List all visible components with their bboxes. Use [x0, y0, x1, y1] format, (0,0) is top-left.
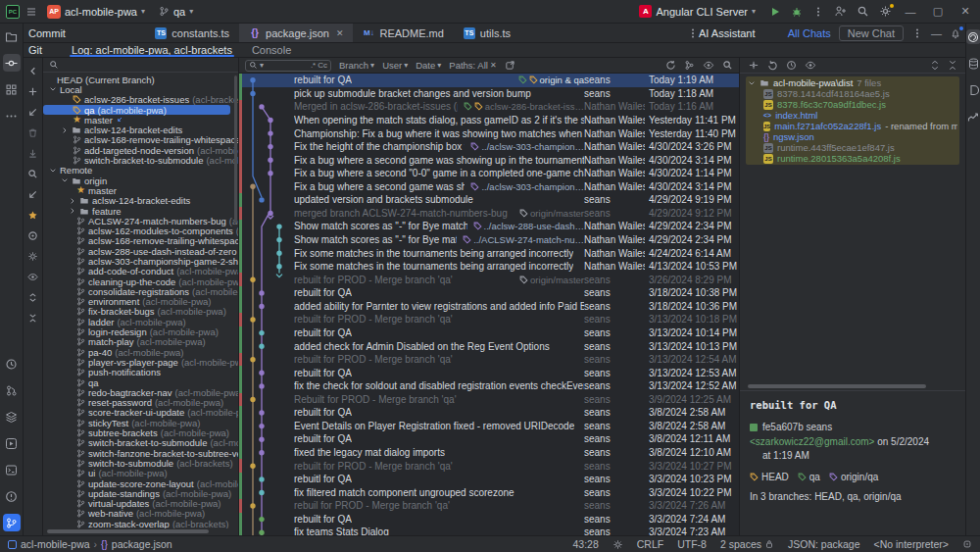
ref-label[interactable]: origin/master — [514, 208, 584, 219]
branch-row-push-notifications[interactable]: push-notifications — [43, 368, 238, 377]
structure-tool-icon[interactable] — [3, 80, 21, 98]
ref-origin-qa[interactable]: origin/qa — [829, 472, 878, 482]
commit-row[interactable]: Fix some matches in the tournaments bein… — [239, 260, 739, 274]
commit-row[interactable]: Championship: Fix a bug where it was sho… — [239, 126, 739, 140]
branch-row-aclsw-162-modules-to-components[interactable]: aclsw-162-modules-to-components (acl-mob… — [43, 226, 238, 235]
close-button[interactable]: ✕ — [956, 5, 974, 18]
branches-horizontal-scrollbar[interactable] — [47, 529, 209, 533]
commit-hash[interactable]: fe5a607b — [762, 422, 804, 432]
vcs-update-tool-icon[interactable] — [3, 381, 21, 399]
terminal-tool-icon[interactable] — [3, 461, 21, 478]
run-config-widget[interactable]: A Angular CLI Server ▾ — [635, 3, 760, 20]
search-branches-icon[interactable] — [26, 167, 40, 180]
all-chats-link[interactable]: All Chats — [788, 27, 831, 39]
documentation-tool-icon[interactable] — [966, 82, 980, 97]
commit-row[interactable]: rebuitl for QAseans3/3/2024 10:23 PM — [239, 473, 739, 486]
add-branch-icon[interactable] — [26, 84, 40, 98]
commit-row[interactable]: rebuilt for PROD - Merge branch 'qa'sean… — [239, 353, 739, 367]
user-filter[interactable]: User▾ — [382, 60, 408, 71]
commit-row[interactable]: Fix a bug where a second "0-0" game in a… — [239, 167, 739, 180]
commit-row[interactable]: rebuilt for QAseans3/8/2024 12:11 AM — [239, 432, 739, 446]
branch-row-ladder[interactable]: ladder (acl-mobile-pwa) — [43, 317, 238, 326]
ref-qa[interactable]: qa — [798, 472, 820, 482]
search-log-icon[interactable] — [722, 60, 733, 71]
ref-label[interactable]: ../aclsw-303-champion… — [465, 181, 584, 192]
commit-row[interactable]: When opening the match stats dialog, pas… — [239, 114, 739, 127]
commit-row[interactable]: rebuilt for QAorigin & qaseansToday 1:19… — [239, 74, 739, 87]
collapse-all-icon[interactable] — [948, 60, 957, 71]
database-tool-icon[interactable] — [966, 56, 980, 71]
branch-row-update-standings[interactable]: update-standings (acl-mobile-pwa) — [43, 488, 238, 498]
git-tab-log[interactable]: Log: acl-mobile-pwa, acl-brackets — [70, 43, 234, 57]
checkout-icon[interactable] — [26, 105, 40, 119]
branch-row-pa-40[interactable]: pa-40 (acl-mobile-pwa) — [43, 347, 238, 357]
branch-row-switch-bracket-to-submodule[interactable]: switch-bracket-to-submodule (acl-mobile-… — [43, 438, 238, 448]
branch-row-update-score-zone-layout[interactable]: update-score-zone-layout (acl-mobile-pwa… — [43, 478, 238, 488]
show-diff-icon[interactable] — [748, 60, 760, 71]
commit-row[interactable]: rebuilt for QAseans3/3/2024 7:24 AM — [239, 513, 739, 527]
commit-row[interactable]: Fix the height of the championship box t… — [239, 140, 739, 154]
details-scrollbar[interactable] — [748, 384, 926, 388]
show-tagged-icon[interactable] — [26, 228, 40, 242]
branch-row-switch-bracket-to-submodule[interactable]: switch-bracket-to-submodule (acl-mobile-… — [43, 155, 238, 165]
fetch-icon[interactable] — [26, 146, 40, 160]
refresh-icon[interactable] — [665, 60, 676, 71]
branch-search-field[interactable] — [43, 58, 238, 73]
branch-row-feature[interactable]: feature — [43, 206, 238, 216]
commit-email[interactable]: <szarkowicz22@gmail.com> — [750, 436, 874, 447]
regex-toggle[interactable]: .* — [311, 61, 316, 70]
profiler-tool-icon[interactable] — [966, 109, 980, 124]
branch-row-aclsw-168-remove-trailing-whitespace[interactable]: aclsw-168-remove-trailing-whitespace (ac… — [43, 135, 238, 145]
settings-gear-icon[interactable] — [879, 5, 892, 18]
problems-tool-icon[interactable] — [3, 487, 21, 505]
ref-label[interactable]: origin & qa — [513, 75, 584, 85]
preview-eye-icon[interactable] — [26, 270, 40, 283]
commit-row[interactable]: rebuilt for PROD - Merge branch 'qa'sean… — [239, 313, 739, 326]
changed-file-row[interactable]: <>index.html — [748, 110, 957, 121]
changed-file-row[interactable]: {}ngsw.json — [748, 131, 957, 142]
branch-row-remote[interactable]: Remote — [43, 166, 238, 176]
ref-label[interactable]: ../aclsw-303-champion… — [465, 141, 584, 152]
date-filter[interactable]: Date▾ — [416, 60, 441, 71]
branch-row-aclsw-124-bracket-edits[interactable]: aclsw-124-bracket-edits — [43, 125, 238, 134]
paths-filter[interactable]: Paths: All✕ — [449, 60, 496, 71]
branch-row-origin[interactable]: origin — [43, 176, 238, 185]
branch-row-fix-bracket-bugs[interactable]: fix-bracket-bugs (acl-mobile-pwa) — [43, 307, 238, 317]
editor-tab-utils-ts[interactable]: TSutils.ts — [454, 24, 520, 42]
commit-tool-icon[interactable] — [3, 54, 21, 72]
commit-row[interactable]: Show match scores as "-" for Bye matches… — [239, 220, 739, 233]
ref-label[interactable]: ../ACLSW-274-match-nu… — [457, 234, 584, 245]
status-file[interactable]: package.json — [112, 538, 172, 550]
branch-row-web-native[interactable]: web-native (acl-mobile-pwa) — [43, 509, 238, 519]
group-by-eye-icon[interactable] — [805, 60, 816, 71]
commit-row[interactable]: Show match scores as "-" for Bye matches… — [239, 233, 739, 247]
changed-file-row[interactable]: JSruntime.443ff5ecae1ef847.js — [748, 142, 957, 153]
changed-file-row[interactable]: JSruntime.28015363a5a4208f.js — [748, 153, 957, 164]
branch-row-aclsw-274-match-numbers-bug[interactable]: ACLSW-274-match-numbers-bug (acl-bracket… — [43, 216, 238, 226]
commit-row[interactable]: fix the check for soldout and disabled r… — [239, 379, 739, 393]
commit-row[interactable]: rebuilt for QAseans3/13/2024 10:14 PM — [239, 326, 739, 340]
branch-widget[interactable]: qa ▾ — [155, 4, 197, 20]
tabs-options-icon[interactable] — [687, 24, 699, 42]
commit-row[interactable]: rebuilt for QAseans3/13/2024 12:53 AM — [239, 366, 739, 379]
new-chat-button[interactable]: New Chat — [839, 25, 904, 41]
branch-row-cleaning-up-the-code[interactable]: cleaning-up-the-code (acl-mobile-pwa) — [43, 276, 238, 286]
collapse-panel-icon[interactable] — [26, 64, 40, 77]
encoding-widget[interactable]: UTF-8 — [677, 538, 707, 550]
branch-row-reset-password[interactable]: reset-password (acl-mobile-pwa) — [43, 398, 238, 408]
changed-files-root[interactable]: acl-mobile-pwa\dist 7 files — [748, 77, 957, 88]
file-type-widget[interactable]: JSON: package — [788, 538, 860, 550]
branch-row-consolidate-registrations[interactable]: consolidate-registrations (acl-mobile-pw… — [43, 286, 238, 296]
search-everywhere-icon[interactable] — [857, 5, 869, 18]
ai-assistant-tool-icon[interactable] — [966, 29, 980, 44]
branch-row-stickytest[interactable]: stickyTest (acl-mobile-pwa) — [43, 418, 238, 427]
branch-row-master[interactable]: ★master — [43, 185, 238, 195]
commit-row[interactable]: fix filtered match component ungrouped s… — [239, 485, 739, 499]
expand-all-icon[interactable] — [26, 290, 40, 304]
changed-file-row[interactable]: JS8378.1414cdf418164ae5.js — [748, 88, 957, 99]
branch-row-add-code-of-conduct[interactable]: add-code-of-conduct (acl-mobile-pwa) — [43, 267, 238, 276]
commit-row[interactable]: rebuilt for PROD - Merge branch 'qa'sean… — [239, 459, 739, 473]
commit-row[interactable]: added ability for Parnter to view regist… — [239, 300, 739, 314]
services-tool-icon[interactable] — [3, 408, 21, 426]
history-tool-icon[interactable] — [3, 355, 21, 373]
